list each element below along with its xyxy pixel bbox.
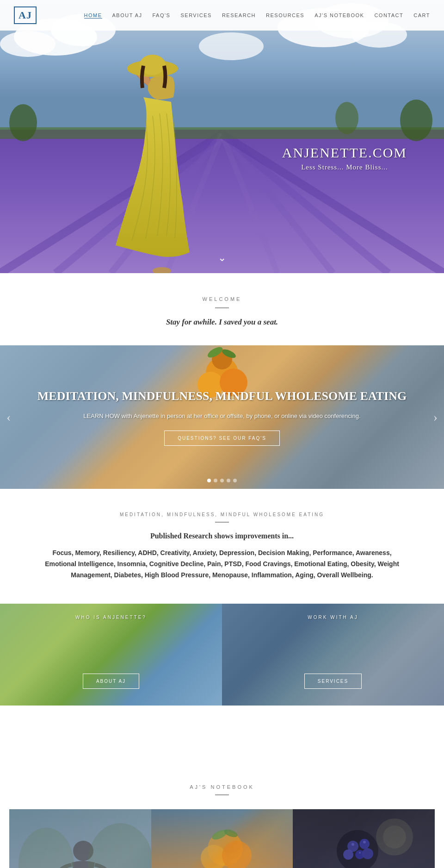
nav-resources[interactable]: RESOURCES [266,12,304,19]
slider-title: MEDITATION, MINDFULNESS, MINDFUL WHOLESO… [37,388,407,404]
panel-left-label: WHO IS ANJENETTE? [75,615,147,620]
hero-text: ANJENETTE.COM Less Stress... More Bliss.… [282,145,407,171]
logo[interactable]: AJ [14,6,37,24]
panel-services-button[interactable]: SERVICES [304,674,362,689]
svg-point-47 [352,843,354,846]
nav-research[interactable]: RESEARCH [222,12,256,19]
svg-point-7 [199,32,264,60]
panel-work: WORK WITH AJ SERVICES [222,604,444,706]
welcome-section: WELCOME Stay for awhile. I saved you a s… [0,273,444,345]
navigation: AJ HOME ABOUT AJ FAQ'S SERVICES RESEARCH… [0,0,444,31]
svg-point-48 [363,841,366,843]
nav-services[interactable]: SERVICES [180,12,211,19]
notebook-label: AJ'S NOTEBOOK [9,784,435,790]
slider-dot-1[interactable] [207,479,211,482]
svg-point-45 [343,849,353,860]
hero-title: ANJENETTE.COM [282,145,407,161]
svg-point-19 [400,100,432,141]
hero-section: ANJENETTE.COM Less Stress... More Bliss.… [0,0,444,273]
nav-faqs[interactable]: FAQ'S [153,12,171,19]
slider-content: MEDITATION, MINDFULNESS, MINDFUL WHOLESO… [10,388,434,446]
nav-links: HOME ABOUT AJ FAQ'S SERVICES RESEARCH RE… [84,12,430,19]
svg-point-20 [335,102,358,134]
slider-next-button[interactable]: › [433,410,438,425]
two-panel-section: WHO IS ANJENETTE? ABOUT AJ WORK WITH AJ … [0,604,444,706]
hero-scroll-chevron[interactable]: ⌄ [218,252,226,264]
panel-about-button[interactable]: ABOUT AJ [83,674,139,689]
info-section: MEDITATION, MINDFULNESS, MINDFUL WHOLESO… [0,489,444,604]
svg-rect-17 [0,127,444,139]
slider-dot-3[interactable] [220,479,224,482]
slider-prev-button[interactable]: ‹ [6,410,11,425]
notebook-card-2[interactable]: WHY YOU NEED AN EXPERT TEACHER [151,809,293,868]
info-body: Focus, Memory, Resiliency, ADHD, Creativ… [37,548,407,581]
panel-who: WHO IS ANJENETTE? ABOUT AJ [0,604,222,706]
info-divider [215,522,229,523]
info-label: MEDITATION, MINDFULNESS, MINDFUL WHOLESO… [37,512,407,517]
welcome-label: WELCOME [9,296,435,302]
svg-point-43 [359,839,370,849]
hero-subtitle: Less Stress... More Bliss... [282,163,407,171]
spacer [0,706,444,761]
slider-dots [207,479,237,482]
notebook-card-3[interactable]: MINDFUL WHOLESOME EATING [293,809,435,868]
slider-dot-4[interactable] [227,479,230,482]
slider-dot-5[interactable] [233,479,237,482]
svg-point-46 [362,848,373,859]
notebook-section: AJ'S NOTEBOOK [0,761,444,868]
notebook-card-1[interactable]: MEDITATION: NATIONAL INSTITUTES OF HEALT… [9,809,151,868]
slider-section: ‹ MEDITATION, MINDFULNESS, MINDFUL WHOLE… [0,345,444,489]
nav-contact[interactable]: CONTACT [374,12,403,19]
nav-about[interactable]: ABOUT AJ [112,12,142,19]
slider-description: LEARN HOW with Anjenette in person at he… [37,412,407,421]
svg-point-49 [359,852,361,854]
svg-point-51 [383,825,406,849]
info-subtitle: Published Research shows improvements in… [37,532,407,540]
slider-dot-2[interactable] [214,479,217,482]
nav-home[interactable]: HOME [84,12,102,19]
notebook-cards: MEDITATION: NATIONAL INSTITUTES OF HEALT… [9,809,435,868]
notebook-divider [215,794,229,795]
nav-notebook[interactable]: AJ'S NOTEBOOK [314,12,364,19]
welcome-divider [215,307,229,308]
welcome-quote: Stay for awhile. I saved you a seat. [9,318,435,327]
svg-point-3 [0,31,56,57]
svg-point-18 [9,104,37,141]
panel-right-label: WORK WITH AJ [308,615,358,620]
nav-cart[interactable]: CART [413,12,430,19]
slider-faq-button[interactable]: QUESTIONS? SEE OUR FAQ'S [164,431,280,446]
